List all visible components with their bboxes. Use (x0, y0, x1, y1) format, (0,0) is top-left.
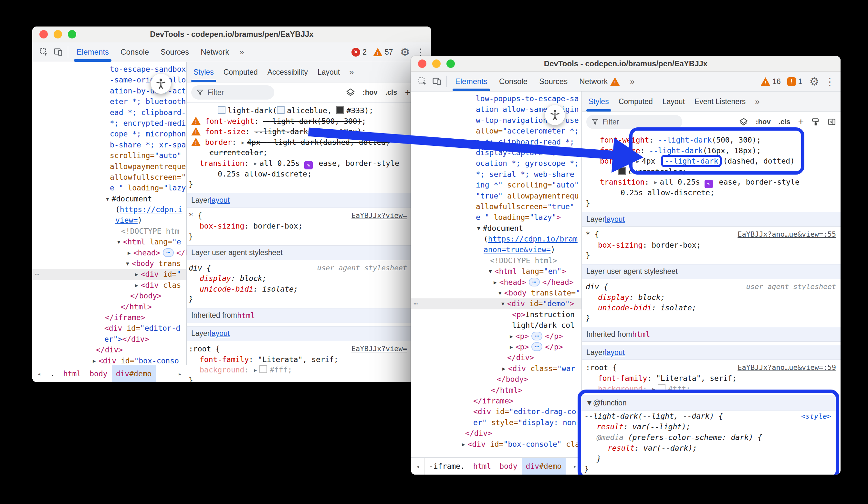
dom-tree-panel[interactable]: to-escape-sandbox-same-origin alloation-… (32, 62, 187, 382)
disclosure-arrow-icon[interactable]: ▼ (477, 223, 480, 234)
stylesheet-source-link[interactable]: EaYBJJx?ano…ue&view=:59 (737, 362, 836, 373)
close-button[interactable] (39, 30, 48, 39)
code-line[interactable]: unicode-bidi: isolate; (582, 303, 840, 313)
code-line[interactable]: background: ▶#fff; (187, 365, 431, 375)
code-line[interactable]: ▶<head>⋯</head> (411, 277, 581, 288)
warning-count-badge[interactable]: !57 (373, 48, 393, 57)
toggle-hover-state-button[interactable]: :hov (756, 118, 771, 126)
cascade-layers-icon[interactable] (346, 88, 355, 97)
toggle-hover-state-button[interactable]: :hov (362, 88, 377, 97)
device-toolbar-icon[interactable] (430, 74, 444, 89)
tab-sources[interactable]: Sources (533, 72, 574, 91)
code-line[interactable]: (https://cdpn.i (32, 204, 186, 215)
code-line[interactable]: :root {EaYBJJx?view= (187, 344, 431, 354)
code-line[interactable]: ▶<div id="box-conso (32, 356, 186, 366)
disclosure-arrow-icon[interactable]: ▼ (498, 288, 502, 299)
code-line[interactable]: </iframe> (411, 396, 581, 406)
disclosure-arrow-icon[interactable]: ▼ (106, 194, 109, 204)
tab-computed[interactable]: Computed (614, 91, 658, 112)
code-line[interactable]: </body> (32, 291, 186, 301)
minimize-button[interactable] (54, 30, 62, 39)
code-line[interactable]: ! border: ▶4px --light-dark(dashed, dott… (187, 137, 431, 148)
disclosure-arrow-icon[interactable]: ▼ (489, 266, 492, 277)
code-line[interactable]: ▶<div id="box-console" cla (411, 439, 581, 450)
more-sidebar-tabs-icon[interactable]: » (345, 67, 358, 77)
code-line[interactable]: :root {EaYBJJx?ano…ue&view=:59 (582, 362, 840, 373)
breadcrumb-item[interactable]: body (85, 365, 112, 382)
code-line[interactable]: "true" allowpaymentrequ (411, 191, 581, 201)
disclosure-arrow-icon[interactable]: ▶ (510, 331, 513, 342)
code-line[interactable]: e " loading="lazy"> (411, 212, 581, 223)
cascade-layers-icon[interactable] (740, 118, 748, 126)
tab-event-listeners[interactable]: Event Listeners (690, 91, 751, 112)
stylesheet-source-link[interactable]: user agent stylesheet (317, 263, 407, 273)
code-line[interactable]: display-capture *; encr (411, 148, 581, 158)
close-button[interactable] (418, 60, 426, 68)
tab-accessibility[interactable]: Accessibility (262, 62, 313, 82)
kebab-menu-icon[interactable]: ⋮ (825, 76, 836, 87)
code-line[interactable]: font-family: "Literata", serif; (582, 373, 840, 384)
code-line[interactable]: ⋯▶<div id=" (32, 269, 186, 280)
issues-count-badge[interactable]: !1 (787, 77, 803, 86)
error-count-badge[interactable]: ✕2 (351, 48, 366, 57)
code-line[interactable]: * {EaYBJJx?view= (187, 210, 431, 221)
code-line[interactable]: result: var(--dark); (581, 443, 836, 454)
more-panels-icon[interactable]: » (626, 77, 639, 87)
code-line[interactable]: ocation *; gyroscope *; (411, 158, 581, 169)
row-options-icon[interactable]: ⋯ (35, 269, 39, 280)
code-line[interactable]: ▶<p>⋯</p> (411, 331, 581, 342)
tab-network[interactable]: Network (195, 42, 235, 62)
code-line[interactable]: --light-dark(--light, --dark) {<style> (581, 411, 836, 422)
new-style-rule-button[interactable]: + (405, 87, 411, 98)
code-line[interactable]: a *; clipboard-read *; (411, 137, 581, 148)
code-line[interactable]: <div id="editor-drag-co (411, 406, 581, 417)
toggle-classes-button[interactable]: .cls (778, 118, 790, 126)
disclosure-arrow-icon[interactable]: ▶ (135, 280, 138, 291)
code-line[interactable]: er"></div> (32, 334, 186, 345)
disclosure-arrow-icon[interactable]: ▶ (462, 439, 465, 450)
disclosure-arrow-icon[interactable]: ▼ (502, 299, 505, 309)
breadcrumb-item[interactable]: -iframe. (425, 458, 469, 475)
code-line[interactable]: ▼<body translate=" (411, 288, 581, 299)
tab-layout[interactable]: Layout (313, 62, 345, 82)
dom-tree-panel[interactable]: low-popups-to-escape-saation allow-same-… (411, 91, 582, 475)
code-line[interactable]: er" style="display: non (411, 417, 581, 428)
code-line[interactable]: eter *; bluetooth (32, 96, 186, 107)
settings-gear-icon[interactable]: ⚙ (809, 75, 819, 88)
code-line[interactable]: } (581, 464, 836, 475)
code-line[interactable]: display: block; (187, 273, 431, 284)
disclosure-arrow-icon[interactable]: ▶ (502, 363, 506, 374)
code-line[interactable]: anon=true&view=) (411, 244, 581, 255)
zoom-button[interactable] (68, 30, 76, 39)
code-line[interactable]: box-sizing: border-box; (582, 240, 840, 251)
code-line[interactable]: light/dark col (411, 320, 581, 331)
code-line[interactable]: } (581, 454, 836, 464)
code-line[interactable]: div {user agent stylesheet (582, 282, 840, 292)
code-line[interactable]: </body> (411, 374, 581, 385)
breadcrumb-item[interactable]: div#demo (112, 365, 156, 382)
code-line[interactable]: <!DOCTYPE html> (411, 255, 581, 266)
code-line[interactable]: unicode-bidi: isolate; (187, 284, 431, 294)
code-line[interactable]: ▶<head>⋯</h (32, 248, 186, 258)
code-line[interactable]: transition: ▶all 0.25s ∿ ease, border-st… (187, 158, 431, 169)
code-line[interactable]: </html> (411, 385, 581, 396)
breadcrumb-item[interactable]: html (469, 458, 495, 475)
code-line[interactable]: } (582, 198, 840, 209)
code-line[interactable]: *; serial *; web-share (411, 169, 581, 180)
warning-count-badge[interactable]: !16 (761, 77, 781, 86)
code-line[interactable]: </iframe> (32, 312, 186, 323)
code-line[interactable]: box-sizing: border-box; (187, 221, 431, 231)
code-line[interactable]: </div> (411, 352, 581, 363)
tab-computed[interactable]: Computed (219, 62, 262, 82)
code-line[interactable]: allow="accelerometer *; (411, 126, 581, 137)
tab-styles[interactable]: Styles (189, 62, 219, 82)
code-line[interactable]: *; encrypted-medi (32, 118, 186, 129)
tab-console[interactable]: Console (115, 42, 155, 62)
code-line[interactable]: currentcolor; (582, 167, 840, 177)
code-line[interactable]: } (582, 250, 840, 261)
code-line[interactable]: allowfullscreen="true" (411, 201, 581, 212)
code-line[interactable]: ⋯▼<div id="demo"> (411, 299, 581, 309)
code-line[interactable]: cope *; microphon (32, 129, 186, 139)
code-line[interactable]: 0.25s allow-discrete; (582, 188, 840, 198)
code-line[interactable]: (https://cdpn.io/bram (411, 234, 581, 244)
